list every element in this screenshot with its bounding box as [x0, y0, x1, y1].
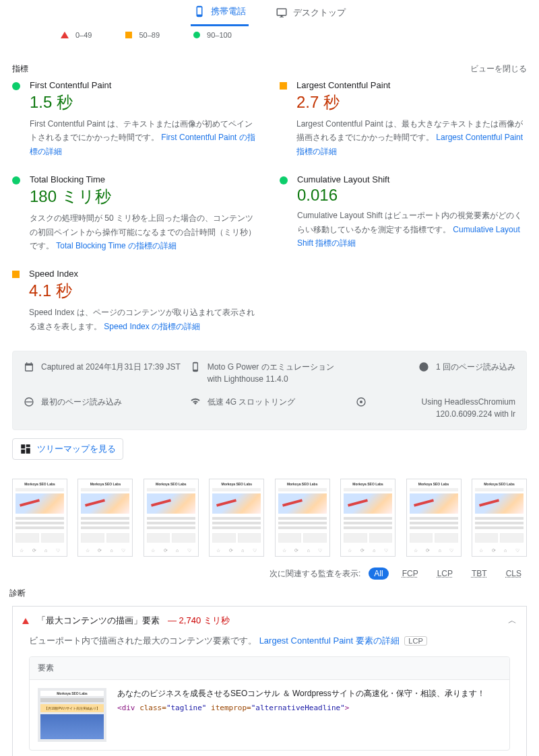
element-thumbnail: Morkoya SEO Labs 【月10個PVのサイト売注実績あり】 [38, 688, 106, 742]
env-throttle: 低速 4G スロットリング [190, 396, 350, 420]
tab-mobile-label: 携帯電話 [211, 5, 246, 18]
globe-icon [24, 397, 34, 407]
desktop-icon [276, 7, 288, 19]
chevron-up-icon: ︿ [508, 615, 517, 627]
metric-fcp: First Contentful Paint 1.5 秒 First Conte… [12, 80, 259, 158]
filmstrip-row: Morkoya SEO Labs☆⟳⌂♡ Morkoya SEO Labs☆⟳⌂… [12, 479, 527, 557]
filmstrip-frame[interactable]: Morkoya SEO Labs☆⟳⌂♡ [144, 479, 199, 557]
filmstrip-frame[interactable]: Morkoya SEO Labs☆⟳⌂♡ [472, 479, 527, 557]
score-legend: 0–49 50–89 90–100 [0, 27, 539, 51]
filmstrip-frame[interactable]: Morkoya SEO Labs☆⟳⌂♡ [12, 479, 67, 557]
metrics-label: 指標 [12, 63, 28, 75]
filmstrip-frame[interactable]: Morkoya SEO Labs☆⟳⌂♡ [340, 479, 395, 557]
metric-si: Speed Index 4.1 秒 Speed Index は、ページのコンテン… [12, 269, 259, 333]
timer-icon [418, 362, 429, 372]
metric-cls: Cumulative Layout Shift 0.016 Cumulative… [280, 174, 527, 252]
env-load: 1 回のページ読み込み [356, 361, 515, 385]
audit-lcp-header[interactable]: 「最大コンテンツの描画」要素 — 2,740 ミリ秒 ︿ [13, 607, 526, 635]
status-dot-icon [12, 176, 20, 184]
env-initial: 最初のページ読み込み [24, 396, 183, 420]
circle-icon [193, 32, 200, 38]
metric-lcp: Largest Contentful Paint 2.7 秒 Largest C… [280, 80, 527, 158]
close-view-link[interactable]: ビューを閉じる [470, 63, 527, 75]
treemap-icon [20, 443, 32, 455]
filmstrip-frame[interactable]: Morkoya SEO Labs☆⟳⌂♡ [77, 479, 133, 557]
element-snippet: <div class="tagline" itemprop="alternati… [117, 703, 501, 712]
filter-tbt[interactable]: TBT [466, 568, 493, 580]
wifi-icon [190, 397, 201, 407]
filmstrip-frame[interactable]: Morkoya SEO Labs☆⟳⌂♡ [209, 479, 264, 557]
filter-all[interactable]: All [369, 568, 388, 580]
lcp-element-link[interactable]: Largest Contentful Paint 要素の詳細 [259, 635, 400, 646]
env-device: Moto G Power のエミュレーション with Lighthouse 1… [190, 361, 350, 385]
si-link[interactable]: Speed Index の指標の詳細 [104, 322, 200, 331]
filmstrip-frame[interactable]: Morkoya SEO Labs☆⟳⌂♡ [406, 479, 462, 557]
element-row: Morkoya SEO Labs 【月10個PVのサイト売注実績あり】 あなたの… [30, 680, 509, 750]
metric-tbt: Total Blocking Time 180 ミリ秒 タスクの処理時間が 50… [12, 174, 259, 252]
tab-mobile[interactable]: 携帯電話 [191, 3, 249, 26]
square-icon [125, 32, 132, 38]
env-captured: Captured at 2024年1月31日 17:39 JST [24, 361, 183, 385]
env-browser: Using HeadlessChromium 120.0.6099.224 wi… [356, 396, 515, 420]
filter-fcp[interactable]: FCP [397, 568, 424, 580]
svg-point-1 [360, 401, 362, 403]
filter-label: 次に関連する監査を表示: [270, 568, 360, 580]
calendar-icon [24, 362, 34, 372]
device-tabs: 携帯電話 デスクトップ [0, 0, 539, 27]
treemap-button[interactable]: ツリーマップを見る [12, 438, 123, 460]
filter-cls[interactable]: CLS [501, 568, 527, 580]
status-dot-icon [280, 176, 288, 184]
runtime-environment: Captured at 2024年1月31日 17:39 JST Moto G … [12, 351, 527, 430]
diagnostics-heading: 診断 [9, 588, 527, 599]
filmstrip-frame[interactable]: Morkoya SEO Labs☆⟳⌂♡ [275, 479, 330, 557]
filter-lcp[interactable]: LCP [432, 568, 458, 580]
tab-desktop-label: デスクトップ [293, 7, 346, 19]
status-square-icon [12, 271, 20, 278]
status-dot-icon [12, 82, 20, 90]
audit-lcp-element: 「最大コンテンツの描画」要素 — 2,740 ミリ秒 ︿ ビューポート内で描画さ… [12, 606, 527, 756]
tab-desktop[interactable]: デスクトップ [273, 3, 348, 26]
tbt-link[interactable]: Total Blocking Time の指標の詳細 [56, 241, 177, 250]
phone-icon [193, 5, 205, 18]
triangle-icon [22, 618, 29, 624]
chrome-icon [356, 397, 367, 407]
status-square-icon [280, 82, 287, 90]
triangle-icon [61, 32, 69, 38]
lcp-tag: LCP [404, 636, 426, 646]
element-table-head: 要素 [30, 657, 509, 680]
phone-icon [190, 362, 201, 372]
